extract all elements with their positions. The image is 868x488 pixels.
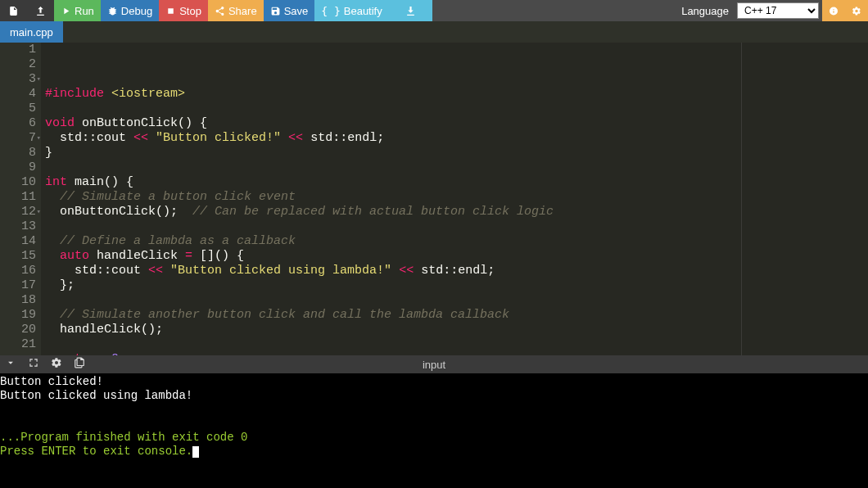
line-number: 18 [8,293,36,308]
code-line [45,337,868,352]
line-number: 3 [8,72,36,87]
new-file-button[interactable] [0,0,27,21]
code-line: void onButtonClick() { [45,116,868,131]
console-output[interactable]: Button clicked! Button clicked using lam… [0,373,868,488]
line-number: 6 [8,116,36,131]
code-line: int main() { [45,175,868,190]
share-button[interactable]: Share [208,0,264,21]
code-line [45,102,868,116]
save-button[interactable]: Save [264,0,315,21]
code-line: std::cout << "Button clicked!" << std::e… [45,131,868,146]
line-number: 17 [8,278,36,293]
line-number: 15 [8,249,36,264]
console-line: Button clicked using lambda! [0,389,192,402]
expand-icon [28,357,39,368]
line-number: 12 [8,205,36,219]
copy-console-button[interactable] [74,357,85,372]
share-label: Share [228,5,257,17]
console-exit-line: ...Program finished with exit code 0 [0,431,247,444]
line-number: 8 [8,146,36,160]
run-label: Run [75,5,94,17]
upload-icon [35,6,46,16]
code-line [45,293,868,308]
stop-icon [165,6,176,16]
console-title: input [423,359,445,371]
line-number: 7 [8,131,36,146]
expand-console-button[interactable] [28,357,39,372]
upload-button[interactable] [27,0,54,21]
code-line: } [45,146,868,160]
code-line: handleClick(); [45,323,868,337]
download-icon [405,6,416,16]
line-number: 16 [8,264,36,278]
code-line: #include <iostream> [45,87,868,102]
share-icon [215,6,225,16]
line-number: 4 [8,87,36,102]
debug-label: Debug [121,5,152,17]
tab-main[interactable]: main.cpp [0,21,63,43]
line-number: 9 [8,160,36,175]
chevron-down-icon [5,357,16,368]
file-icon [8,6,19,16]
line-number: 2 [8,57,36,72]
stop-button[interactable]: Stop [159,0,208,21]
settings-button[interactable] [845,0,868,21]
line-number: 11 [8,190,36,205]
toolbar: Run Debug Stop Share Save { } Beautify L… [0,0,868,21]
line-number: 1 [8,43,36,57]
line-number: 19 [8,308,36,323]
console-line: Button clicked! [0,375,103,388]
bug-icon [107,6,118,16]
download-button[interactable] [389,0,432,21]
gear-icon [852,6,861,16]
code-line: std::cout << "Button clicked using lambd… [45,264,868,278]
code-line: // Simulate another button click and cal… [45,308,868,323]
toolbar-spacer [432,0,676,21]
line-number: 21 [8,337,36,352]
svg-rect-0 [168,8,174,14]
code-line: // Simulate a button click event [45,190,868,205]
beautify-button[interactable]: { } Beautify [314,0,388,21]
code-editor[interactable]: 123456789101112131415161718192021 #inclu… [0,43,868,355]
code-line: // Define a lambda as a callback [45,234,868,249]
file-tabs: main.cpp [0,21,868,43]
collapse-console-button[interactable] [5,357,16,372]
save-label: Save [284,5,309,17]
beautify-label: Beautify [344,5,382,17]
console-cursor [192,446,199,458]
clipboard-icon [74,357,85,368]
code-line [45,160,868,175]
code-area[interactable]: #include <iostream>void onButtonClick() … [41,43,868,355]
line-number: 14 [8,234,36,249]
console-bar: input [0,355,868,373]
save-icon [270,6,281,16]
play-icon [61,6,71,16]
print-margin [741,43,742,355]
code-line: }; [45,278,868,293]
console-prompt-line: Press ENTER to exit console. [0,445,192,458]
stop-label: Stop [179,5,201,17]
language-label: Language [676,0,734,21]
language-select[interactable]: C++ 17 [737,2,819,19]
debug-button[interactable]: Debug [101,0,159,21]
code-line: onButtonClick(); // Can be replaced with… [45,205,868,219]
line-number: 10 [8,175,36,190]
run-button[interactable]: Run [54,0,101,21]
line-gutter: 123456789101112131415161718192021 [0,43,41,355]
info-button[interactable] [822,0,845,21]
line-number: 5 [8,102,36,116]
code-line: auto handleClick = []() { [45,249,868,264]
code-line [45,219,868,234]
gear-icon [51,357,62,368]
braces-icon: { } [321,5,340,17]
line-number: 13 [8,219,36,234]
info-icon [829,6,839,16]
console-settings-button[interactable] [51,357,62,372]
line-number: 20 [8,323,36,337]
